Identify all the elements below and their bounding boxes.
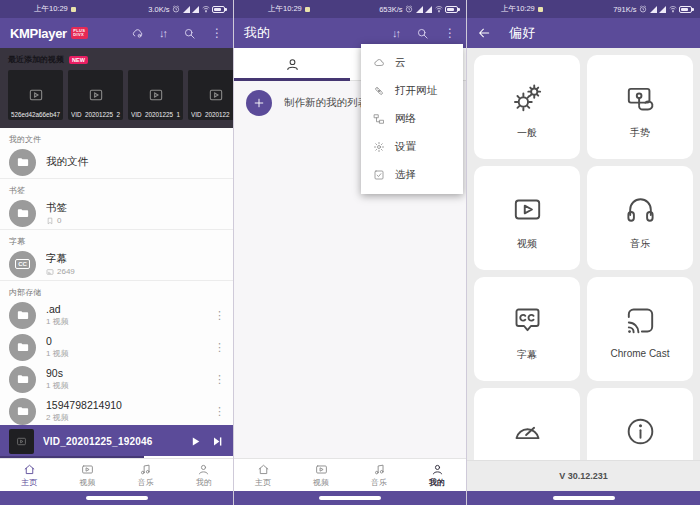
pref-card-label: Chrome Cast xyxy=(611,348,670,359)
nav-home[interactable]: 主页 xyxy=(0,459,58,491)
menu-item-open-url[interactable]: 打开网址 xyxy=(361,77,463,105)
list-item-folder[interactable]: 0 1 视频 ⋮ xyxy=(0,331,233,363)
item-title: 1594798214910 xyxy=(46,399,204,411)
item-title: 0 xyxy=(46,335,204,347)
list-item-folder[interactable]: 90s 1 视频 ⋮ xyxy=(0,363,233,395)
menu-item-select[interactable]: 选择 xyxy=(361,161,463,189)
nav-video[interactable]: 视频 xyxy=(292,459,350,491)
section-header: 字幕 xyxy=(0,230,233,248)
wifi-icon xyxy=(669,5,677,13)
screen-preferences: 上午10:29 791K/s 偏好 一般 手势 xyxy=(466,0,700,505)
menu-item-settings[interactable]: 设置 xyxy=(361,133,463,161)
skip-next-button[interactable] xyxy=(211,435,224,448)
pref-card-speedometer[interactable] xyxy=(474,388,580,460)
search-icon[interactable] xyxy=(416,27,429,40)
gears-icon xyxy=(511,82,544,115)
video-frame-icon xyxy=(148,87,164,103)
search-icon[interactable] xyxy=(183,27,196,40)
status-notification-icon xyxy=(305,7,310,12)
nav-video[interactable]: 视频 xyxy=(58,459,116,491)
section-header: 我的文件 xyxy=(0,128,233,146)
play-icon xyxy=(189,435,202,448)
item-overflow-icon[interactable]: ⋮ xyxy=(214,405,224,418)
headphones-icon xyxy=(624,193,657,226)
status-net-speed: 653K/s xyxy=(379,5,402,14)
pref-card-gestures[interactable]: 手势 xyxy=(587,55,693,159)
status-bar: 上午10:29 653K/s xyxy=(234,0,466,18)
pref-card-music[interactable]: 音乐 xyxy=(587,166,693,270)
overflow-menu-icon[interactable]: ⋮ xyxy=(444,27,456,39)
nav-music[interactable]: 音乐 xyxy=(117,459,175,491)
video-thumbnail-label: VID_20201225_2 xyxy=(71,111,121,118)
video-thumbnail-label: 526ed42a66eb47 xyxy=(11,111,61,118)
video-thumbnail[interactable]: VID_20201225_1 xyxy=(128,70,183,120)
person-icon xyxy=(285,57,300,72)
now-playing-bar[interactable]: VID_20201225_192046 xyxy=(0,425,233,458)
home-icon xyxy=(257,463,270,476)
pref-card-video[interactable]: 视频 xyxy=(474,166,580,270)
item-subtitle: 1 视频 xyxy=(46,380,204,391)
video-icon xyxy=(315,463,328,476)
tab-my-list[interactable] xyxy=(234,48,350,80)
home-indicator[interactable] xyxy=(319,496,381,500)
item-subtitle: 1 视频 xyxy=(46,316,204,327)
video-thumbnail[interactable]: 526ed42a66eb47 xyxy=(8,70,63,120)
speedometer-icon xyxy=(511,415,544,448)
item-overflow-icon[interactable]: ⋮ xyxy=(214,373,224,386)
nav-mine[interactable]: 我的 xyxy=(175,459,233,491)
person-icon xyxy=(197,463,210,476)
play-button[interactable] xyxy=(189,435,202,448)
item-subtitle: 1 视频 xyxy=(46,348,204,359)
pref-card-info[interactable] xyxy=(587,388,693,460)
menu-item-cloud[interactable]: 云 xyxy=(361,49,463,77)
bottom-nav: 主页 视频 音乐 我的 xyxy=(234,458,466,491)
video-icon xyxy=(511,193,544,226)
video-thumbnail[interactable]: VID_2020122 xyxy=(188,70,233,120)
item-overflow-icon[interactable]: ⋮ xyxy=(214,341,224,354)
progress-bar xyxy=(0,456,233,459)
signal-icon xyxy=(183,6,190,13)
signal-icon xyxy=(416,6,423,13)
sort-icon[interactable]: ↓↑ xyxy=(159,27,168,39)
cloud-settings-icon[interactable] xyxy=(131,27,144,40)
pref-card-label: 视频 xyxy=(517,237,537,251)
sort-icon[interactable]: ↓↑ xyxy=(392,27,401,39)
list-item-subtitles[interactable]: CC 字幕 2649 xyxy=(0,248,233,280)
nav-home[interactable]: 主页 xyxy=(234,459,292,491)
pref-card-subtitles[interactable]: 字幕 xyxy=(474,277,580,381)
plus-icon xyxy=(252,96,266,110)
list-item-folder[interactable]: 1594798214910 2 视频 ⋮ xyxy=(0,395,233,425)
screen-mine: 上午10:29 653K/s 我的 ↓↑ ⋮ xyxy=(233,0,466,505)
back-button[interactable] xyxy=(477,26,491,40)
add-playlist-button[interactable] xyxy=(246,90,272,116)
overflow-menu-icon[interactable]: ⋮ xyxy=(211,27,223,39)
gesture-icon xyxy=(624,82,657,115)
video-frame-icon xyxy=(16,436,27,447)
list-item-folder[interactable]: .ad 1 视频 ⋮ xyxy=(0,299,233,331)
video-thumbnail-label: VID_2020122 xyxy=(191,111,233,118)
pref-card-chromecast[interactable]: Chrome Cast xyxy=(587,277,693,381)
gesture-bar xyxy=(234,491,466,505)
status-time: 上午10:29 xyxy=(501,4,535,14)
status-net-speed: 791K/s xyxy=(613,5,636,14)
skip-next-icon xyxy=(211,435,224,448)
nav-music[interactable]: 音乐 xyxy=(350,459,408,491)
now-playing-thumbnail xyxy=(9,429,34,454)
list-item-bookmarks[interactable]: 书签 0 xyxy=(0,197,233,229)
item-overflow-icon[interactable]: ⋮ xyxy=(214,309,224,322)
home-indicator[interactable] xyxy=(553,496,615,500)
pref-card-label: 音乐 xyxy=(630,237,650,251)
item-title: .ad xyxy=(46,303,204,315)
nav-mine[interactable]: 我的 xyxy=(408,459,466,491)
alarm-icon xyxy=(405,5,413,13)
video-frame-icon xyxy=(28,87,44,103)
menu-item-network[interactable]: 网络 xyxy=(361,105,463,133)
section-header: 书签 xyxy=(0,179,233,197)
video-thumbnail[interactable]: VID_20201225_2 xyxy=(68,70,123,120)
recent-videos-label: 最近添加的视频 xyxy=(8,54,64,65)
list-item-myfiles[interactable]: 我的文件 xyxy=(0,146,233,178)
pref-card-general[interactable]: 一般 xyxy=(474,55,580,159)
home-indicator[interactable] xyxy=(86,496,148,500)
gesture-bar xyxy=(467,491,700,505)
item-title: 90s xyxy=(46,367,204,379)
